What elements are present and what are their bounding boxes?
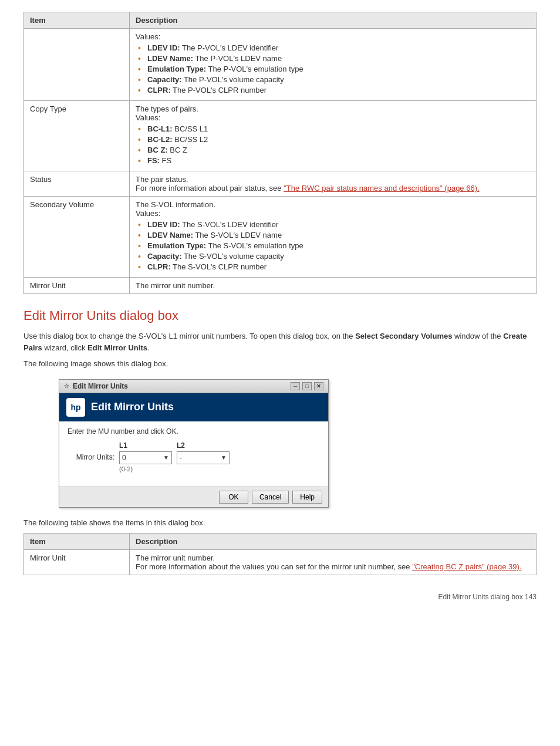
page-footer: Edit Mirror Units dialog box 143 [23, 593, 537, 601]
table-caption: The following table shows the items in t… [23, 517, 537, 529]
list-item: BC Z: BC Z [138, 146, 530, 154]
dialog-fields: Mirror Units: L1 0 ▼ (0-2) L2 - ▼ [68, 441, 320, 472]
bottom-table: Item Description Mirror Unit The mirror … [23, 533, 537, 575]
mirror-units-label: Mirror Units: [68, 441, 114, 461]
l2-value: - [180, 454, 182, 462]
close-button[interactable]: ✕ [314, 382, 323, 390]
row-item: Secondary Volume [24, 197, 130, 278]
table-row: Status The pair status. For more informa… [24, 171, 537, 197]
desc-text: The mirror unit number. [136, 553, 215, 562]
row-desc: The pair status. For more information ab… [130, 171, 537, 197]
list-item: BC-L2: BC/SS L2 [138, 135, 530, 144]
l2-col-header: L2 [177, 441, 185, 450]
list-item: LDEV ID: The S-VOL's LDEV identifier [138, 220, 530, 229]
desc-text: For more information about pair status, … [136, 184, 284, 193]
l1-value: 0 [122, 454, 126, 462]
dialog-box: ☆ Edit Mirror Units ─ □ ✕ hp Edit Mirror… [59, 379, 329, 508]
desc-text: The types of pairs. [136, 104, 198, 113]
l1-dropdown-arrow: ▼ [163, 454, 169, 461]
titlebar-label: Edit Mirror Units [73, 382, 128, 390]
values-label: Values: [136, 113, 160, 122]
l1-dropdown[interactable]: 0 ▼ [119, 451, 172, 464]
row-item: Status [24, 171, 130, 197]
list-item: LDEV Name: The S-VOL's LDEV name [138, 231, 530, 239]
mirror-unit-link[interactable]: "Creating BC Z pairs" (page 39). [412, 562, 521, 571]
section-intro: Use this dialog box to change the S-VOL'… [23, 330, 537, 353]
row-item: Mirror Unit [24, 550, 130, 575]
bullet-list: LDEV ID: The S-VOL's LDEV identifier LDE… [136, 220, 530, 271]
bold-edit-mirror: Edit Mirror Units [87, 343, 147, 352]
l2-field-col: L2 - ▼ [177, 441, 230, 464]
row-item: Mirror Unit [24, 278, 130, 294]
titlebar-left: ☆ Edit Mirror Units [64, 382, 128, 390]
dialog-instruction: Enter the MU number and click OK. [68, 427, 320, 436]
list-item: Emulation Type: The P-VOL's emulation ty… [138, 65, 530, 73]
col-header-description: Description [130, 534, 537, 550]
table-row: Mirror Unit The mirror unit number. For … [24, 550, 537, 575]
table-row: Copy Type The types of pairs. Values: BC… [24, 101, 537, 171]
titlebar-star-icon: ☆ [64, 383, 69, 389]
list-item: FS: FS [138, 156, 530, 165]
row-desc: The types of pairs. Values: BC-L1: BC/SS… [130, 101, 537, 171]
list-item: Emulation Type: The S-VOL's emulation ty… [138, 241, 530, 250]
maximize-button[interactable]: □ [302, 382, 312, 390]
row-item [24, 29, 130, 101]
l1-hint: (0-2) [119, 465, 133, 472]
row-item: Copy Type [24, 101, 130, 171]
bullet-list: BC-L1: BC/SS L1 BC-L2: BC/SS L2 BC Z: BC… [136, 124, 530, 165]
col-header-item: Item [24, 534, 130, 550]
section-heading: Edit Mirror Units dialog box [23, 308, 537, 323]
help-button[interactable]: Help [292, 491, 322, 504]
col-header-description: Description [130, 12, 537, 29]
l2-dropdown-arrow: ▼ [221, 454, 227, 461]
list-item: CLPR: The S-VOL's CLPR number [138, 262, 530, 271]
desc-text: The S-VOL information. [136, 200, 215, 209]
dialog-body: Enter the MU number and click OK. Mirror… [59, 421, 328, 487]
dialog-titlebar: ☆ Edit Mirror Units ─ □ ✕ [59, 380, 328, 393]
cancel-button[interactable]: Cancel [252, 491, 289, 504]
top-table: Item Description Values: LDEV ID: The P-… [23, 12, 537, 294]
dialog-footer: OK Cancel Help [59, 487, 328, 507]
desc-text: The pair status. [136, 175, 188, 184]
dialog-header-bar: hp Edit Mirror Units [59, 393, 328, 421]
row-desc: The mirror unit number. For more informa… [130, 550, 537, 575]
ok-button[interactable]: OK [219, 491, 248, 504]
col-header-item: Item [24, 12, 130, 29]
list-item: Capacity: The S-VOL's volume capacity [138, 252, 530, 261]
image-caption: The following image shows this dialog bo… [23, 358, 537, 370]
bold-select-secondary: Select Secondary Volumes [355, 332, 452, 340]
list-item: LDEV Name: The P-VOL's LDEV name [138, 54, 530, 63]
l2-field-row: - ▼ [177, 451, 230, 464]
dialog-header-title: Edit Mirror Units [91, 401, 174, 413]
hp-logo: hp [66, 398, 85, 417]
row-desc: The mirror unit number. [130, 278, 537, 294]
list-item: Capacity: The P-VOL's volume capacity [138, 75, 530, 84]
values-label: Values: [136, 209, 160, 218]
row-desc: Values: LDEV ID: The P-VOL's LDEV identi… [130, 29, 537, 101]
l1-field-col: L1 0 ▼ (0-2) [119, 441, 172, 472]
list-item: BC-L1: BC/SS L1 [138, 124, 530, 133]
values-label: Values: [136, 32, 160, 41]
row-desc: The S-VOL information. Values: LDEV ID: … [130, 197, 537, 278]
table-row: Values: LDEV ID: The P-VOL's LDEV identi… [24, 29, 537, 101]
l1-field-row: 0 ▼ [119, 451, 172, 464]
bullet-list: LDEV ID: The P-VOL's LDEV identifier LDE… [136, 43, 530, 94]
footer-text: Edit Mirror Units dialog box 143 [438, 593, 537, 601]
desc-text: For more information about the values yo… [136, 562, 412, 571]
status-link[interactable]: "The RWC pair status names and descripti… [284, 184, 479, 193]
titlebar-controls: ─ □ ✕ [291, 382, 323, 390]
table-row: Secondary Volume The S-VOL information. … [24, 197, 537, 278]
list-item: LDEV ID: The P-VOL's LDEV identifier [138, 43, 530, 52]
l1-col-header: L1 [119, 441, 127, 450]
table-row: Mirror Unit The mirror unit number. [24, 278, 537, 294]
list-item: CLPR: The P-VOL's CLPR number [138, 86, 530, 94]
l2-dropdown[interactable]: - ▼ [177, 451, 230, 464]
minimize-button[interactable]: ─ [291, 382, 300, 390]
